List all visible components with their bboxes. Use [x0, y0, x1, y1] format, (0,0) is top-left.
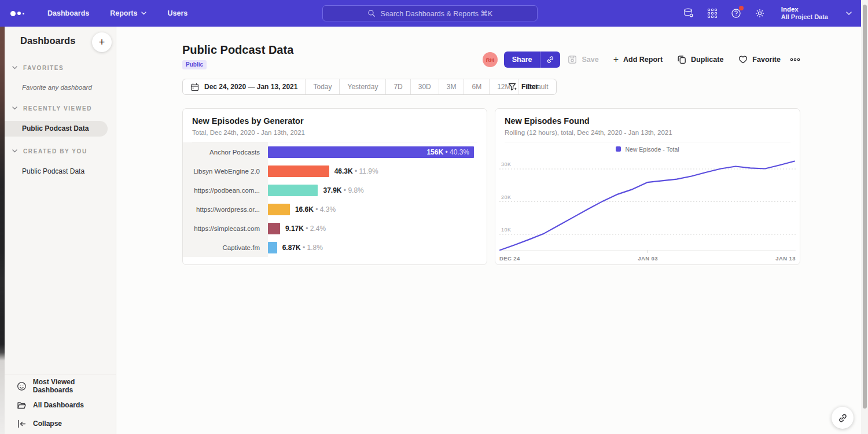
- save-button[interactable]: Save: [568, 55, 598, 64]
- bar-value-label: 9.17K • 2.4%: [285, 225, 326, 233]
- legend-label: New Episode - Total: [625, 146, 679, 153]
- notification-badge: [739, 6, 744, 10]
- section-recently-viewed[interactable]: RECENTLY VIEWED: [5, 105, 116, 113]
- bar-row[interactable]: https://wordpress.or...16.6K • 4.3%: [183, 200, 487, 219]
- share-link-icon[interactable]: [540, 56, 560, 64]
- scrollbar-thumb[interactable]: [863, 5, 867, 409]
- sidebar-item-public-podcast-data[interactable]: Public Podcast Data: [22, 167, 84, 175]
- mixpanel-logo-icon[interactable]: [10, 11, 24, 16]
- help-icon[interactable]: [730, 8, 742, 19]
- bar-category-label: https://podbean.com...: [183, 187, 268, 194]
- bar-row[interactable]: https://podbean.com...37.9K • 9.8%: [183, 181, 487, 200]
- chevron-down-icon: [12, 106, 17, 110]
- search-input[interactable]: Search Dashboards & Reports ⌘K: [322, 5, 538, 21]
- bar-row[interactable]: Libsyn WebEngine 2.046.3K • 11.9%: [183, 161, 487, 181]
- nav-users[interactable]: Users: [167, 9, 187, 17]
- preset-3m[interactable]: 3M: [439, 79, 465, 94]
- apps-grid-icon[interactable]: [707, 8, 718, 19]
- chart-legend[interactable]: New Episode - Total: [495, 142, 800, 156]
- chevron-down-icon: [141, 12, 146, 15]
- preset-30d[interactable]: 30D: [411, 79, 439, 94]
- bar[interactable]: [268, 204, 290, 215]
- preset-yesterday[interactable]: Yesterday: [340, 79, 386, 94]
- bar[interactable]: [268, 185, 318, 196]
- date-range-text: Dec 24, 2020 — Jan 13, 2021: [204, 83, 297, 91]
- plus-icon: +: [613, 56, 619, 64]
- sidebar-title: Dashboards: [20, 35, 75, 46]
- bar-value-label: 46.3K • 11.9%: [334, 167, 378, 175]
- card-new-episodes-by-generator: New Episodes by Generator Total, Dec 24t…: [182, 108, 487, 265]
- share-label: Share: [504, 56, 540, 64]
- y-tick-label: 30K: [501, 161, 512, 167]
- data-management-icon[interactable]: [683, 8, 694, 19]
- chevron-down-icon: [12, 66, 17, 69]
- bar-chart: Anchor Podcasts156K • 40.3%Libsyn WebEng…: [183, 142, 487, 257]
- more-options-button[interactable]: [790, 58, 800, 61]
- top-nav: Dashboards Reports Users Search Dashboar…: [0, 0, 861, 27]
- search-icon: [367, 9, 376, 17]
- add-dashboard-button[interactable]: +: [92, 32, 112, 52]
- bar[interactable]: 156K • 40.3%: [268, 146, 474, 158]
- x-tick: JAN 03: [638, 255, 658, 262]
- collapse-sidebar-button[interactable]: Collapse: [5, 416, 116, 431]
- line-chart-plot: 10K20K30K: [499, 156, 796, 251]
- card-title: New Episodes Found: [505, 116, 790, 126]
- card-subtitle: Total, Dec 24th, 2020 - Jan 13th, 2021: [192, 129, 477, 136]
- sidebar-item-public-podcast-data-selected[interactable]: Public Podcast Data: [5, 121, 108, 137]
- heart-icon: [738, 55, 748, 64]
- section-favorites[interactable]: FAVORITES: [5, 65, 116, 73]
- nav-reports[interactable]: Reports: [110, 9, 146, 17]
- calendar-icon: [190, 83, 199, 91]
- duplicate-button[interactable]: Duplicate: [677, 55, 723, 64]
- bar-category-label: Anchor Podcasts: [183, 149, 268, 156]
- duplicate-icon: [677, 55, 686, 64]
- legend-swatch: [616, 146, 621, 152]
- avatar[interactable]: RH: [483, 52, 498, 67]
- bar-row[interactable]: Captivate.fm6.87K • 1.8%: [183, 238, 487, 257]
- project-subtitle: All Project Data: [781, 13, 828, 21]
- sidebar-footer: Most Viewed Dashboards All Dashboards Co…: [5, 374, 116, 434]
- folder-icon: [17, 400, 27, 410]
- bar[interactable]: [268, 223, 280, 234]
- line-chart-svg: 10K20K30K: [499, 156, 796, 251]
- bar[interactable]: [268, 242, 277, 253]
- bar-row[interactable]: https://simplecast.com9.17K • 2.4%: [183, 219, 487, 238]
- bar-value-label: 37.9K • 9.8%: [323, 186, 363, 194]
- all-dashboards-button[interactable]: All Dashboards: [5, 398, 116, 413]
- preset-today[interactable]: Today: [306, 79, 340, 94]
- save-icon: [568, 55, 577, 64]
- search-placeholder: Search Dashboards & Reports ⌘K: [381, 9, 493, 18]
- most-viewed-dashboards-button[interactable]: Most Viewed Dashboards: [5, 378, 116, 393]
- bar-value-label: 6.87K • 1.8%: [282, 244, 323, 252]
- section-created-by-you[interactable]: CREATED BY YOU: [5, 148, 116, 156]
- page-title: Public Podcast Data: [182, 43, 293, 57]
- page-scrollbar[interactable]: [861, 0, 868, 434]
- collapse-icon: [17, 419, 27, 429]
- card-title: New Episodes by Generator: [192, 116, 477, 126]
- date-range-control: Dec 24, 2020 — Jan 13, 2021 Today Yester…: [182, 79, 557, 95]
- filter-button[interactable]: Filter: [508, 79, 538, 95]
- favorite-button[interactable]: Favorite: [738, 55, 781, 64]
- filter-funnel-icon: [508, 83, 517, 91]
- copy-link-floating-button[interactable]: [832, 407, 854, 429]
- bar-value-label: 156K • 40.3%: [426, 146, 469, 158]
- project-name: Index: [781, 5, 828, 13]
- favorites-empty-text: Favorite any dashboard: [22, 84, 92, 91]
- nav-dashboards[interactable]: Dashboards: [47, 9, 89, 17]
- chevron-down-icon: [12, 149, 17, 153]
- bar-category-label: Libsyn WebEngine 2.0: [183, 168, 268, 175]
- add-report-button[interactable]: + Add Report: [613, 56, 663, 64]
- project-switcher[interactable]: Index All Project Data: [781, 5, 828, 21]
- settings-gear-icon[interactable]: [754, 8, 766, 19]
- bar-row[interactable]: Anchor Podcasts156K • 40.3%: [183, 142, 487, 161]
- date-range-picker[interactable]: Dec 24, 2020 — Jan 13, 2021: [183, 79, 306, 94]
- bar[interactable]: [268, 165, 329, 177]
- share-button[interactable]: Share: [504, 52, 561, 68]
- chevron-down-icon: [846, 12, 852, 16]
- more-dots-icon: [790, 58, 800, 61]
- series-line: [500, 161, 795, 251]
- preset-6m[interactable]: 6M: [464, 79, 490, 94]
- preset-7d[interactable]: 7D: [386, 79, 410, 94]
- sidebar: Dashboards + FAVORITES Favorite any dash…: [5, 27, 116, 434]
- background-window-strip: [0, 27, 5, 434]
